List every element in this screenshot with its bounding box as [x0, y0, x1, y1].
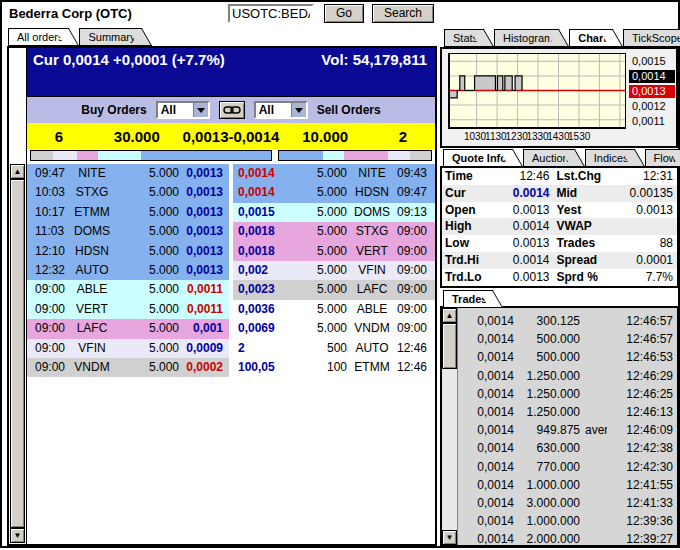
trade-row[interactable]: 0,00143.000.00012:41:33: [458, 494, 677, 512]
quote-value: 0.0014: [494, 252, 554, 269]
order-row[interactable]: 12:10HDSN5.0000,0013: [27, 242, 229, 261]
trades-scrollbar[interactable]: ▲ ▼: [442, 308, 457, 545]
trade-size: 949.875: [514, 421, 580, 439]
tab-trades[interactable]: Trades: [443, 290, 491, 308]
quote-tabs: Quote InfoAuctionIndicesFlow: [443, 149, 680, 167]
order-price: 0,0013: [179, 222, 229, 241]
market-maker: ETMM: [67, 203, 117, 222]
order-row[interactable]: 0,00185.000STXG09:00: [233, 222, 435, 241]
order-row[interactable]: 09:47NITE5.0000,0013: [27, 164, 229, 183]
order-row[interactable]: 09:00VERT5.0000,0011: [27, 300, 229, 319]
trade-row[interactable]: 0,0014770.00012:42:30: [458, 458, 677, 476]
buy-depth-bar: [30, 150, 272, 161]
order-row[interactable]: 10:03STXG5.0000,0013: [27, 183, 229, 202]
trade-row[interactable]: 0,00142.000.00012:39:27: [458, 530, 677, 548]
order-row[interactable]: 100,05100ETMM12:46: [233, 358, 435, 377]
order-row[interactable]: 0,00235.000LAFC09:00: [233, 280, 435, 299]
trade-time: 12:41:55: [607, 476, 677, 494]
tab-indices[interactable]: Indices: [585, 149, 633, 167]
trade-row[interactable]: 0,00141.250.00012:46:25: [458, 385, 677, 403]
order-row[interactable]: 0,00365.000ABLE09:00: [233, 300, 435, 319]
market-maker: STXG: [67, 183, 117, 202]
quote-label: Trades: [554, 235, 618, 252]
order-row[interactable]: 09:00VFIN5.0000,0009: [27, 339, 229, 358]
tab-quote-info[interactable]: Quote Info: [443, 149, 511, 167]
order-row[interactable]: 2500AUTO12:46: [233, 339, 435, 358]
trade-size: 1.000.000: [514, 476, 580, 494]
quote-label: Low: [442, 235, 494, 252]
trade-price: 0,0014: [458, 439, 514, 457]
scroll-up-icon[interactable]: ▲: [10, 164, 25, 179]
tab-stats[interactable]: Stats: [444, 29, 482, 47]
order-row[interactable]: 12:32AUTO5.0000,0013: [27, 261, 229, 280]
order-time: 12:46: [397, 358, 435, 377]
market-maker: AUTO: [67, 261, 117, 280]
search-button[interactable]: Search: [372, 4, 434, 23]
trade-time: 12:46:53: [607, 348, 677, 366]
order-row[interactable]: 0,00145.000NITE09:43: [233, 164, 435, 183]
trade-note: [580, 348, 607, 366]
trade-row[interactable]: 0,00141.250.00012:46:13: [458, 403, 677, 421]
scroll-down-icon[interactable]: ▼: [10, 528, 25, 543]
link-filters-button[interactable]: [219, 101, 245, 119]
trade-row[interactable]: 0,00141.250.00012:46:29: [458, 367, 677, 385]
trade-row[interactable]: 0,00141.000.00012:41:55: [458, 476, 677, 494]
book-scrollbar[interactable]: ▲ ▼: [10, 164, 25, 543]
trade-row[interactable]: 0,0014300.12512:46:57: [458, 312, 677, 330]
chevron-down-icon[interactable]: [291, 103, 306, 117]
tab-chart[interactable]: Chart: [569, 29, 611, 47]
scrollbar-thumb[interactable]: [10, 179, 25, 528]
trade-size: 1.000.000: [514, 512, 580, 530]
trade-row[interactable]: 0,0014630.00012:42:38: [458, 439, 677, 457]
order-row[interactable]: 11:03DOMS5.0000,0013: [27, 222, 229, 241]
market-maker: STXG: [347, 222, 397, 241]
order-row[interactable]: 0,00155.000DOMS09:13: [233, 203, 435, 222]
order-size: 5.000: [117, 339, 179, 358]
tab-all-orders[interactable]: All orders: [8, 28, 67, 46]
order-row[interactable]: 0,0025.000VFIN09:00: [233, 261, 435, 280]
order-size: 5.000: [117, 280, 179, 299]
trade-time: 12:41:33: [607, 494, 677, 512]
order-price: 0,0013: [179, 203, 229, 222]
order-row[interactable]: 0,00185.000VERT09:00: [233, 242, 435, 261]
market-maker: VNDM: [347, 319, 397, 338]
order-row[interactable]: 10:17ETMM5.0000,0013: [27, 203, 229, 222]
order-row[interactable]: 09:00VNDM5.0000,0002: [27, 358, 229, 377]
tab-flow[interactable]: Flow: [645, 149, 680, 167]
trade-row[interactable]: 0,0014949.875averag12:46:09: [458, 421, 677, 439]
order-time: 09:13: [397, 203, 435, 222]
trade-note: [580, 312, 607, 330]
tab-auction[interactable]: Auction: [523, 149, 573, 167]
market-maker: LAFC: [347, 280, 397, 299]
chart-y-axis: 0,00150,00140,00130,00120,0011: [629, 49, 675, 146]
order-row[interactable]: 0,00695.000VNDM09:00: [233, 319, 435, 338]
trade-size: 1.250.000: [514, 367, 580, 385]
quote-value: 0.00135: [618, 185, 678, 202]
market-maker: VERT: [347, 242, 397, 261]
tab-tickscope[interactable]: TickScope: [623, 29, 680, 47]
order-price: 0,0015: [233, 203, 293, 222]
trade-size: 1.250.000: [514, 403, 580, 421]
trade-row[interactable]: 0,0014500.00012:46:57: [458, 330, 677, 348]
order-row[interactable]: 09:00LAFC5.0000,001: [27, 319, 229, 338]
buy-filter-select[interactable]: All: [156, 101, 210, 119]
tab-histogram[interactable]: Histogram: [494, 29, 557, 47]
quote-value: 0.0013: [494, 269, 554, 286]
order-row[interactable]: 09:00ABLE5.0000,0011: [27, 280, 229, 299]
tab-summary[interactable]: Summary: [79, 28, 139, 46]
scrollbar-thumb[interactable]: [442, 323, 457, 369]
order-price: 0,0036: [233, 300, 293, 319]
quote-label: Trd.Lo: [442, 269, 494, 286]
trade-row[interactable]: 0,0014500.00012:46:53: [458, 348, 677, 366]
trade-row[interactable]: 0,00141.000.00012:39:36: [458, 512, 677, 530]
sell-filter-select[interactable]: All: [254, 101, 308, 119]
trade-note: [580, 367, 607, 385]
chevron-down-icon[interactable]: [193, 103, 208, 117]
scroll-up-icon[interactable]: ▲: [442, 308, 457, 323]
scroll-down-icon[interactable]: ▼: [442, 530, 457, 545]
order-row[interactable]: 0,00145.000HDSN09:47: [233, 183, 435, 202]
scrollbar-track[interactable]: [442, 369, 457, 530]
order-time: 10:03: [27, 183, 67, 202]
symbol-input[interactable]: [228, 4, 314, 23]
go-button[interactable]: Go: [324, 4, 364, 23]
